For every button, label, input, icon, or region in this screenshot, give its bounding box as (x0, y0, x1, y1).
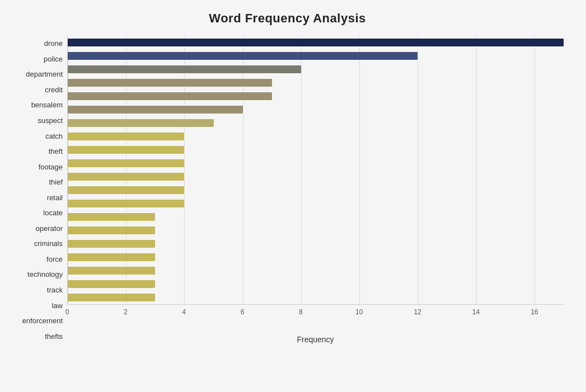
y-label-footage: footage (39, 163, 63, 171)
bar-theft (68, 133, 184, 140)
y-label-criminals: criminals (34, 240, 63, 247)
y-label-suspect: suspect (37, 117, 63, 124)
y-label-technology: technology (27, 271, 63, 278)
bar-operator (68, 200, 184, 207)
bar-thief (68, 159, 184, 167)
bar-drone (68, 39, 564, 46)
y-label-theft: theft (49, 148, 63, 155)
bar-row-criminals (68, 210, 564, 224)
bar-enforcement (68, 280, 155, 288)
bar-force (68, 226, 155, 234)
bar-row-force (68, 224, 564, 237)
bars-area (67, 36, 564, 305)
bar-row-operator (68, 197, 564, 210)
bar-retail (68, 173, 184, 181)
bar-row-thefts (68, 291, 564, 304)
y-label-track: track (47, 286, 63, 294)
bar-footage (68, 146, 184, 154)
bars-and-x: 0246810121416 Frequency (67, 36, 564, 344)
bar-row-track (68, 251, 564, 264)
bar-row-thief (68, 157, 564, 170)
x-tick-6: 6 (241, 308, 245, 316)
y-label-thief: thief (49, 178, 63, 186)
bar-track (68, 253, 155, 261)
y-label-force: force (46, 256, 63, 263)
bar-row-footage (68, 143, 564, 157)
bar-row-department (68, 63, 564, 76)
bar-row-credit (68, 76, 564, 89)
x-tick-8: 8 (299, 308, 303, 316)
bar-row-technology (68, 237, 564, 251)
y-label-operator: operator (36, 225, 63, 232)
y-label-credit: credit (45, 86, 63, 93)
bar-law (68, 267, 155, 275)
bar-row-retail (68, 170, 564, 183)
bar-row-bensalem (68, 89, 564, 103)
y-label-bensalem: bensalem (31, 101, 63, 108)
bar-thefts (68, 294, 155, 301)
chart-title: Word Frequency Analysis (11, 11, 564, 26)
y-label-law: law (51, 302, 63, 309)
x-tick-16: 16 (531, 308, 538, 316)
bar-technology (68, 240, 155, 248)
bar-row-theft (68, 130, 564, 143)
y-label-catch: catch (45, 133, 63, 140)
bar-criminals (68, 213, 155, 221)
bar-credit (68, 79, 272, 87)
y-label-drone: drone (44, 40, 63, 47)
x-tick-10: 10 (355, 308, 363, 316)
bar-bensalem (68, 92, 272, 100)
chart-container: Word Frequency Analysis dronepolicedepar… (0, 0, 586, 392)
y-label-enforcement: enforcement (22, 317, 63, 324)
y-label-department: department (26, 70, 63, 78)
bar-row-suspect (68, 103, 564, 116)
y-label-locate: locate (43, 209, 63, 216)
bar-catch (68, 119, 214, 127)
bar-row-police (68, 49, 564, 63)
x-axis-label: Frequency (67, 335, 564, 344)
chart-area: dronepolicedepartmentcreditbensalemsuspe… (11, 36, 564, 344)
bar-row-law (68, 264, 564, 277)
x-tick-14: 14 (472, 308, 480, 316)
bar-row-drone (68, 36, 564, 49)
bar-row-enforcement (68, 277, 564, 291)
bar-police (68, 52, 418, 60)
x-tick-0: 0 (65, 308, 69, 316)
x-tick-12: 12 (414, 308, 421, 316)
x-tick-4: 4 (182, 308, 186, 316)
y-label-thefts: thefts (45, 333, 63, 340)
y-label-police: police (44, 55, 63, 63)
bar-row-locate (68, 183, 564, 197)
bar-department (68, 65, 301, 73)
bar-suspect (68, 106, 243, 114)
y-labels: dronepolicedepartmentcreditbensalemsuspe… (11, 36, 67, 344)
x-tick-2: 2 (124, 308, 128, 316)
bar-locate (68, 186, 184, 194)
bar-row-catch (68, 116, 564, 130)
y-label-retail: retail (47, 194, 63, 201)
